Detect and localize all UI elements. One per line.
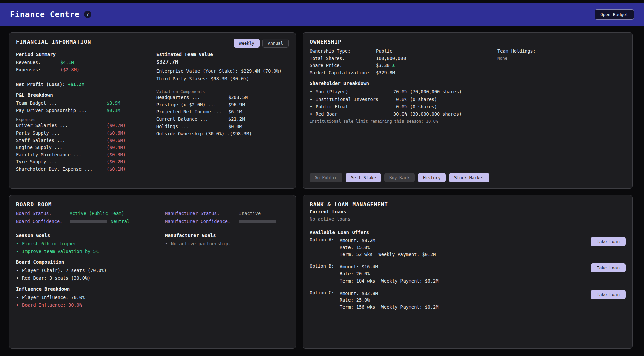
- board-confidence-label: Board Confidence:: [16, 218, 70, 226]
- manufacturer-goal-item: • No active partnership.: [165, 240, 289, 248]
- offer-amount: Amount: $8.2M: [340, 237, 582, 244]
- offer-amount: Amount: $16.4M: [340, 263, 582, 270]
- offer-amount: Amount: $32.8M: [340, 290, 582, 297]
- history-button[interactable]: History: [418, 173, 446, 182]
- composition-item: • Player (Chair): 7 seats (70.0%): [16, 267, 159, 274]
- expense-value: ($0.7M): [107, 122, 126, 130]
- valuation-row: Outside Ownership (30.0%) . ($98.3M): [156, 130, 289, 138]
- valuation-row: Headquarters ... $203.5M: [156, 94, 289, 101]
- valuation-row: Current Balance ... $21.2M: [156, 116, 289, 123]
- offer-weekly: Weekly Payment: $0.2M: [381, 277, 439, 285]
- team-budget-value: $3.9M: [107, 100, 120, 107]
- shareholder-row: • You (Player) 70.0% (70,000,000 shares): [310, 88, 626, 95]
- valuation-row: Projected Net Income ... $6.1M: [156, 108, 289, 116]
- shareholder-row: • Red Boar 30.0% (30,000,000 shares): [310, 110, 626, 118]
- expense-row: Shareholder Div. Expense ... ($0.1M): [16, 166, 150, 173]
- shareholder-name: You (Player): [316, 88, 393, 95]
- bullet-icon: •: [310, 88, 316, 95]
- composition-text: Player (Chair): 7 seats (70.0%): [22, 267, 107, 274]
- take-loan-button-a[interactable]: Take Loan: [591, 237, 626, 246]
- net-profit-row: Net Profit (Loss):+$1.2M: [16, 81, 150, 88]
- valuation-label: Outside Ownership (30.0%) .: [156, 130, 230, 138]
- offer-term: Term: 156 wks: [340, 304, 375, 311]
- bullet-icon: •: [310, 110, 316, 118]
- team-value-amount: $327.7M: [156, 59, 289, 65]
- shareholder-value: 70.0% (70,000,000 shares): [393, 88, 462, 95]
- sell-stake-button[interactable]: Sell Stake: [346, 173, 381, 182]
- offer-name: Option B:: [310, 263, 340, 285]
- valuation-value: ($98.3M): [230, 130, 252, 138]
- shareholder-value: 30.0% (30,000,000 shares): [393, 110, 462, 118]
- divider: [156, 86, 289, 86]
- ownership-info: Ownership Type: Public Total Shares: 100…: [310, 48, 497, 77]
- total-shares-label: Total Shares:: [310, 55, 376, 62]
- influence-item: • Board Influence: 30.0%: [16, 301, 159, 309]
- period-summary-heading: Period Summary: [16, 52, 150, 57]
- total-shares-row: Total Shares: 100,000,000: [310, 55, 497, 62]
- go-public-button[interactable]: Go Public: [310, 173, 342, 182]
- ownership-title: OWNERSHIP: [310, 39, 342, 45]
- market-cap-label: Market Capitalization:: [310, 69, 376, 77]
- expense-value: ($0.4M): [107, 144, 126, 151]
- title-wrap: Finance Centre ?: [10, 10, 91, 19]
- expense-value: ($0.1M): [107, 166, 126, 173]
- valuation-row: Prestige (x $2.0M) ... $96.9M: [156, 101, 289, 109]
- offer-weekly: Weekly Payment: $0.2M: [379, 251, 436, 258]
- shareholder-row: • Public Float 0.0% (0 shares): [310, 103, 626, 110]
- expenses-row: Expenses: ($2.8M): [16, 66, 150, 74]
- buy-back-button[interactable]: Buy Back: [384, 173, 415, 182]
- ownership-type-row: Ownership Type: Public: [310, 48, 497, 55]
- valuation-components-heading: Valuation Components: [156, 89, 289, 94]
- financial-information-title: FINANCIAL INFORMATION: [16, 39, 91, 45]
- bullet-icon: •: [310, 103, 316, 110]
- offer-rate: Rate: 15.0%: [340, 244, 582, 251]
- expense-label: Driver Salaries ...: [16, 122, 107, 130]
- ownership-actions: Go Public Sell Stake Buy Back History St…: [310, 173, 626, 182]
- stock-market-button[interactable]: Stock Market: [449, 173, 489, 182]
- shareholder-value: 0.0% (0 shares): [393, 103, 437, 110]
- expense-value: ($0.6M): [107, 137, 126, 144]
- board-status-column: Board Status: Active (Public Team) Board…: [16, 210, 159, 225]
- influence-item: • Player Influence: 70.0%: [16, 294, 159, 301]
- open-budget-button[interactable]: Open Budget: [595, 9, 634, 20]
- board-room-panel: BOARD ROOM Board Status: Active (Public …: [9, 195, 296, 349]
- valuation-value: $0.0M: [228, 123, 242, 131]
- shareholder-breakdown-heading: Shareholder Breakdown: [310, 81, 626, 86]
- expense-value: ($0.6M): [107, 130, 126, 137]
- take-loan-button-c[interactable]: Take Loan: [591, 290, 626, 299]
- loan-offer-c: Option C: Amount: $32.8M Rate: 25.0% Ter…: [310, 290, 626, 311]
- help-icon[interactable]: ?: [84, 11, 91, 18]
- market-cap-value: $329.8M: [376, 69, 395, 77]
- ownership-type-value: Public: [376, 48, 392, 55]
- player-influence-text: Player Influence: 70.0%: [22, 294, 85, 301]
- manufacturer-goals-column: Manufacturer Goals • No active partnersh…: [165, 233, 289, 309]
- weekly-toggle-button[interactable]: Weekly: [234, 39, 260, 48]
- composition-item: • Red Boar: 3 seats (30.0%): [16, 274, 159, 282]
- composition-text: Red Boar: 3 seats (30.0%): [22, 274, 90, 282]
- manufacturer-status-value: Inactive: [239, 210, 261, 218]
- revenues-value: $4.1M: [60, 59, 74, 66]
- ownership-type-label: Ownership Type:: [310, 48, 376, 55]
- divider: [16, 229, 289, 229]
- shareholder-name: Red Boar: [316, 110, 393, 118]
- board-status-row: Board Status: Active (Public Team): [16, 210, 159, 218]
- pay-driver-value: $0.1M: [107, 107, 120, 114]
- valuation-row: Holdings ... $0.0M: [156, 123, 289, 131]
- expenses-label: Expenses:: [16, 66, 60, 74]
- annual-toggle-button[interactable]: Annual: [262, 39, 289, 48]
- shareholder-row: • Institutional Investors 0.0% (0 shares…: [310, 96, 626, 103]
- current-loans-text: No active loans: [310, 216, 626, 222]
- sale-limit-note: Institutional sale limit remaining this …: [310, 119, 626, 124]
- take-loan-button-b[interactable]: Take Loan: [591, 263, 626, 272]
- season-goal-text: Finish 6th or higher: [22, 240, 77, 248]
- loan-offer-b: Option B: Amount: $16.4M Rate: 20.0% Ter…: [310, 263, 626, 285]
- loan-offers-heading: Available Loan Offers: [310, 230, 626, 235]
- valuation-value: $203.5M: [228, 94, 248, 101]
- team-budget-label: Team Budget ...: [16, 100, 107, 107]
- offer-term: Term: 104 wks: [340, 277, 375, 285]
- share-price-label: Share Price:: [310, 62, 376, 69]
- manufacturer-status-label: Manufacturer Status:: [165, 210, 239, 218]
- board-status-value: Active (Public Team): [70, 210, 124, 218]
- board-room-title: BOARD ROOM: [16, 201, 52, 208]
- board-composition-heading: Board Composition: [16, 259, 159, 265]
